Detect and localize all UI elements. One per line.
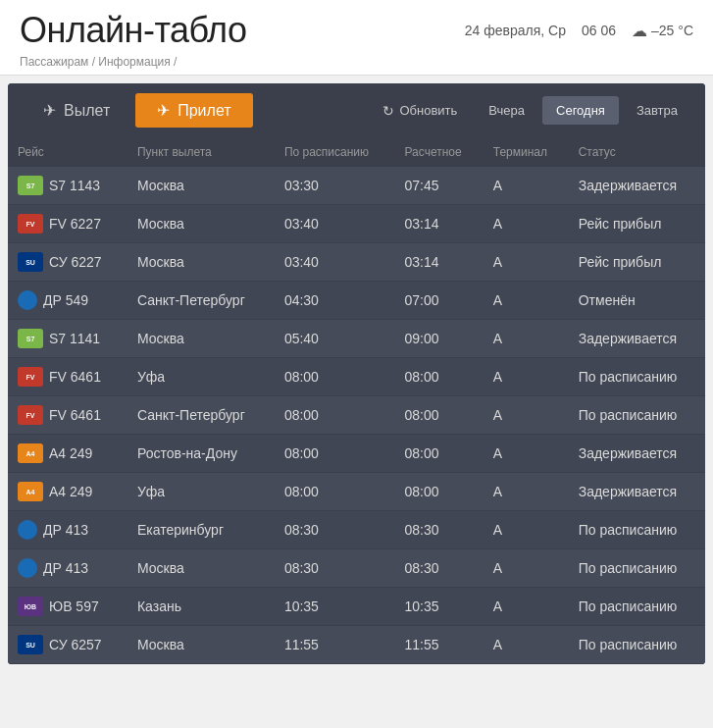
date-display: 24 февраля, Ср [465,23,566,38]
airline-logo [18,290,37,310]
flight-number: S7 1141 [49,331,100,346]
flight-number-cell: SU СУ 6227 [8,243,127,282]
flight-terminal: A [484,396,569,435]
flight-status: По расписанию [569,626,705,664]
flight-scheduled: 03:40 [275,243,395,282]
header: Онлайн-табло 24 февраля, Ср 06 06 ☁ –25 … [0,0,713,76]
flight-scheduled: 04:30 [275,282,395,320]
departure-icon: ✈ [43,101,56,120]
col-terminal: Терминал [484,137,569,167]
table-row: FV FV 6461 Уфа 08:00 08:00 A По расписан… [8,358,705,396]
flight-estimated: 07:00 [395,282,484,320]
flight-terminal: A [484,167,569,205]
refresh-label: Обновить [399,103,457,118]
temperature: –25 °C [651,23,693,38]
flight-number: ДР 413 [43,560,88,576]
flight-scheduled: 08:00 [275,435,395,473]
flight-terminal: A [484,243,569,282]
col-estimated: Расчетное [395,137,484,167]
flight-number: СУ 6227 [49,254,102,270]
yesterday-button[interactable]: Вчера [475,96,538,125]
col-scheduled: По расписанию [275,137,395,167]
weather-icon: ☁ [632,22,647,40]
airline-logo: SU [18,252,43,272]
flight-status: По расписанию [569,588,705,626]
flight-number-cell: FV FV 6461 [8,396,127,435]
flight-status: По расписанию [569,549,705,588]
flight-number: ДР 549 [43,292,88,308]
tomorrow-label: Завтра [637,103,678,118]
page-title: Онлайн-табло [20,10,246,51]
flight-estimated: 03:14 [395,205,484,243]
flight-status: Задерживается [569,167,705,205]
flight-number: СУ 6257 [49,637,102,652]
flight-scheduled: 03:30 [275,167,395,205]
tab-departure-label: Вылет [64,102,110,120]
flight-origin: Москва [127,549,275,588]
flight-estimated: 08:30 [395,549,484,588]
flight-estimated: 07:45 [395,167,484,205]
airline-logo: FV [18,214,43,234]
table-row: SU СУ 6227 Москва 03:40 03:14 A Рейс при… [8,243,705,282]
flight-status: По расписанию [569,511,705,549]
airline-logo: FV [18,405,43,425]
flight-terminal: A [484,358,569,396]
flight-origin: Уфа [127,358,275,396]
refresh-button[interactable]: ↻ Обновить [369,96,471,126]
flight-number: А4 249 [49,484,92,499]
flight-status: Рейс прибыл [569,243,705,282]
flight-scheduled: 08:00 [275,396,395,435]
col-status: Статус [569,137,705,167]
col-flight: Рейс [8,137,127,167]
flight-origin: Санкт-Петербург [127,396,275,435]
flight-estimated: 10:35 [395,588,484,626]
airline-logo [18,520,37,540]
flight-number-cell: SU СУ 6257 [8,626,127,664]
today-label: Сегодня [556,103,605,118]
flights-table-container: Рейс Пункт вылета По расписанию Расчетно… [8,137,705,664]
flight-scheduled: 03:40 [275,205,395,243]
flight-estimated: 08:00 [395,396,484,435]
yesterday-label: Вчера [488,103,525,118]
flight-terminal: A [484,549,569,588]
airline-logo: S7 [18,176,43,195]
table-row: ДР 413 Москва 08:30 08:30 A По расписани… [8,549,705,588]
flight-number-cell: FV FV 6227 [8,205,127,243]
flight-status: Рейс прибыл [569,205,705,243]
table-row: S7 S7 1141 Москва 05:40 09:00 A Задержив… [8,320,705,358]
flight-estimated: 03:14 [395,243,484,282]
flight-terminal: A [484,282,569,320]
flight-origin: Санкт-Петербург [127,282,275,320]
flight-number: FV 6461 [49,407,101,423]
flight-terminal: A [484,511,569,549]
flight-number-cell: A4 А4 249 [8,435,127,473]
table-row: ДР 549 Санкт-Петербург 04:30 07:00 A Отм… [8,282,705,320]
flight-estimated: 08:00 [395,358,484,396]
table-row: A4 А4 249 Уфа 08:00 08:00 A Задерживаетс… [8,473,705,511]
flight-scheduled: 08:30 [275,549,395,588]
flight-scheduled: 08:00 [275,358,395,396]
airline-logo: SU [18,635,43,654]
flight-estimated: 09:00 [395,320,484,358]
arrival-icon: ✈ [157,101,170,120]
tab-departure[interactable]: ✈ Вылет [22,93,131,128]
flights-table: Рейс Пункт вылета По расписанию Расчетно… [8,137,705,664]
flight-estimated: 08:00 [395,435,484,473]
time-display: 06 06 [582,23,616,38]
flight-origin: Екатеринбург [127,511,275,549]
tab-arrival[interactable]: ✈ Прилет [135,93,252,128]
tomorrow-button[interactable]: Завтра [623,96,691,125]
flight-scheduled: 08:00 [275,473,395,511]
flight-estimated: 11:55 [395,626,484,664]
airline-logo: A4 [18,443,43,463]
flight-status: Задерживается [569,473,705,511]
flight-board: ✈ Вылет ✈ Прилет ↻ Обновить Вчера Сегодн… [8,83,705,664]
flight-status: Отменён [569,282,705,320]
flight-number-cell: ДР 413 [8,549,127,588]
flight-origin: Казань [127,588,275,626]
today-button[interactable]: Сегодня [542,96,619,125]
flight-number-cell: S7 S7 1143 [8,167,127,205]
flight-number-cell: S7 S7 1141 [8,320,127,358]
airline-logo [18,558,37,578]
flight-number: ДР 413 [43,522,88,538]
